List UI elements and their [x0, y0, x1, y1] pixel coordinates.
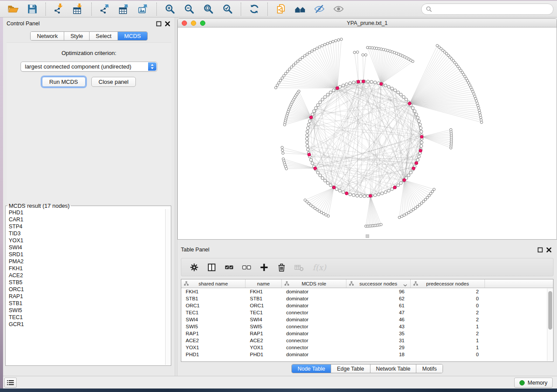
- table-scrollbar-thumb[interactable]: [548, 291, 552, 330]
- result-list-item[interactable]: PHD1: [6, 209, 165, 216]
- search-box[interactable]: [421, 3, 554, 15]
- toolbar-tools: [3, 1, 348, 17]
- network-window-titlebar[interactable]: YPA_prune.txt_1: [178, 19, 557, 28]
- run-mcds-button[interactable]: Run MCDS: [42, 77, 86, 87]
- table-cell: PHD1: [246, 351, 282, 358]
- zoom-selected-icon[interactable]: [221, 3, 234, 15]
- deselect-all-icon[interactable]: [240, 261, 253, 274]
- mcds-result-title: MCDS result (17 nodes): [7, 203, 71, 209]
- result-list-item[interactable]: RAP1: [6, 293, 165, 300]
- result-list-item[interactable]: FKH1: [6, 265, 165, 272]
- close-panel-button[interactable]: Close panel: [91, 77, 136, 87]
- result-list-item[interactable]: CAR1: [6, 216, 165, 223]
- column-header-name[interactable]: name: [246, 279, 282, 288]
- home-icon[interactable]: [294, 3, 307, 15]
- zoom-out-icon[interactable]: [183, 3, 196, 15]
- split-panel-icon[interactable]: [205, 261, 218, 274]
- zoom-in-icon[interactable]: [163, 3, 176, 15]
- result-list-item[interactable]: ORC1: [6, 286, 165, 293]
- copy-icon[interactable]: [274, 3, 287, 15]
- list-icon: [7, 380, 14, 385]
- zoom-fit-icon[interactable]: [202, 3, 215, 15]
- network-canvas[interactable]: [178, 28, 557, 239]
- table-row[interactable]: YOX1YOX1connector291: [181, 344, 553, 351]
- close-panel-icon[interactable]: [165, 21, 170, 26]
- search-input[interactable]: [435, 6, 549, 12]
- result-list-item[interactable]: ACE2: [6, 272, 165, 279]
- table-row[interactable]: SWI5SWI5connector431: [181, 323, 553, 330]
- select-all-icon[interactable]: [222, 261, 235, 274]
- table-cell: RAP1: [181, 330, 246, 337]
- desktop-wallpaper-bottom: [0, 389, 557, 392]
- result-list-item[interactable]: STP4: [6, 223, 165, 230]
- vertical-splitter[interactable]: [175, 17, 177, 376]
- table-row[interactable]: STB1STB1dominator620: [181, 295, 553, 302]
- table-cell: 1: [411, 323, 485, 330]
- close-table-panel-icon[interactable]: [546, 247, 552, 252]
- table-row[interactable]: ACE2ACE2connector311: [181, 337, 553, 344]
- import-network-icon[interactable]: [52, 3, 66, 15]
- tab-motifs[interactable]: Motifs: [416, 364, 442, 373]
- table-row[interactable]: RAP1RAP1dominator352: [181, 330, 553, 337]
- table-row[interactable]: SWI4SWI4dominator462: [181, 316, 553, 323]
- save-icon[interactable]: [26, 3, 39, 15]
- table-cell: PHD1: [181, 351, 246, 358]
- eye-show-icon[interactable]: [332, 3, 345, 15]
- table-cell: 35: [346, 330, 411, 337]
- export-image-icon[interactable]: [137, 3, 150, 15]
- table-row[interactable]: FKH1FKH1dominator962: [181, 288, 553, 295]
- tab-style[interactable]: Style: [64, 32, 89, 40]
- tab-network[interactable]: Network: [31, 32, 64, 40]
- column-header-successor-nodes[interactable]: successor nodes: [346, 279, 411, 288]
- export-network-icon[interactable]: [98, 3, 111, 15]
- result-list-scrollbar[interactable]: [165, 209, 170, 365]
- tab-network-table[interactable]: Network Table: [370, 364, 416, 373]
- tab-select[interactable]: Select: [89, 32, 118, 40]
- tab-mcds[interactable]: MCDS: [118, 32, 147, 40]
- result-list-item[interactable]: PMA2: [6, 258, 165, 265]
- tab-edge-table[interactable]: Edge Table: [331, 364, 370, 373]
- float-panel-icon[interactable]: [156, 21, 162, 26]
- table-scrollbar[interactable]: [547, 289, 553, 361]
- result-list-item[interactable]: SWI5: [6, 307, 165, 314]
- table-body: FKH1FKH1dominator962STB1STB1dominator620…: [181, 288, 553, 358]
- table-cell: dominator: [282, 295, 346, 302]
- canvas-grip-icon[interactable]: [366, 234, 369, 238]
- table-row[interactable]: TEC1TEC1connector472: [181, 309, 553, 316]
- refresh-icon[interactable]: [248, 3, 261, 15]
- float-table-panel-icon[interactable]: [537, 247, 543, 252]
- open-icon[interactable]: [7, 3, 20, 15]
- column-header-shared-name[interactable]: shared name: [181, 279, 246, 288]
- network-graph[interactable]: [178, 28, 557, 239]
- result-list-item[interactable]: TID3: [6, 230, 165, 237]
- result-list-item[interactable]: SWI4: [6, 244, 165, 251]
- add-column-icon[interactable]: [257, 261, 270, 274]
- result-list-item[interactable]: SRD1: [6, 251, 165, 258]
- delete-column-icon[interactable]: [275, 261, 288, 274]
- task-history-button[interactable]: [4, 378, 17, 388]
- column-header-predecessor-nodes[interactable]: predecessor nodes: [411, 279, 485, 288]
- column-header-filler: [485, 279, 553, 288]
- settings-icon[interactable]: [187, 261, 201, 274]
- export-table-icon[interactable]: [118, 3, 131, 15]
- table-cell: connector: [282, 337, 346, 344]
- tab-node-table[interactable]: Node Table: [292, 364, 331, 373]
- eye-hide-icon[interactable]: [313, 3, 326, 15]
- table-cell: dominator: [282, 302, 346, 309]
- result-list-item[interactable]: STB1: [6, 300, 165, 307]
- table-cell: RAP1: [246, 330, 282, 337]
- table-row[interactable]: PHD1PHD1dominator180: [181, 351, 553, 358]
- column-header-MCDS-role[interactable]: MCDS role: [282, 279, 346, 288]
- table-cell: TEC1: [181, 309, 246, 316]
- table-row[interactable]: ORC1ORC1dominator610: [181, 302, 553, 309]
- import-table-icon[interactable]: [72, 3, 85, 15]
- memory-status-icon: [519, 380, 525, 385]
- status-bar: Memory: [0, 376, 557, 389]
- memory-button[interactable]: Memory: [514, 378, 553, 388]
- result-list-item[interactable]: GCR1: [6, 321, 165, 328]
- table-cell: 43: [346, 323, 411, 330]
- result-list-item[interactable]: STB5: [6, 279, 165, 286]
- result-list-item[interactable]: TEC1: [6, 314, 165, 321]
- result-list-item[interactable]: YOX1: [6, 237, 165, 244]
- optimization-criterion-select[interactable]: largest connected component (undirected): [21, 62, 157, 72]
